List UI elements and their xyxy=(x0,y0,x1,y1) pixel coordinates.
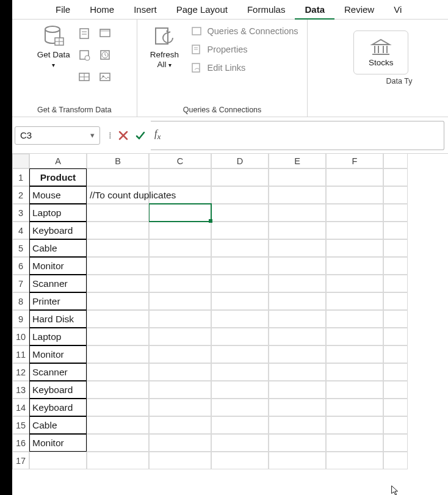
cell[interactable] xyxy=(87,168,149,186)
row-header[interactable]: 1 xyxy=(12,168,29,186)
select-all-corner[interactable] xyxy=(12,154,29,168)
cell[interactable] xyxy=(29,452,87,469)
cell[interactable] xyxy=(383,204,408,222)
cell[interactable] xyxy=(269,416,326,434)
col-header-D[interactable]: D xyxy=(211,154,269,168)
cell[interactable] xyxy=(326,257,383,275)
cell[interactable] xyxy=(149,416,211,434)
from-table-icon[interactable] xyxy=(78,49,92,62)
cell[interactable] xyxy=(149,168,211,186)
cell[interactable] xyxy=(269,257,326,275)
col-header-G[interactable] xyxy=(383,154,408,168)
cell[interactable] xyxy=(383,257,408,275)
tab-formulas[interactable]: Formulas xyxy=(237,0,295,20)
cell[interactable]: Hard Disk xyxy=(29,310,87,328)
cell[interactable]: Monitor xyxy=(29,345,87,363)
tab-insert[interactable]: Insert xyxy=(124,0,167,20)
col-header-A[interactable]: A xyxy=(29,154,87,168)
cell[interactable] xyxy=(87,381,149,399)
cell[interactable] xyxy=(87,452,149,469)
recent-sources-icon[interactable] xyxy=(99,49,112,62)
cell[interactable] xyxy=(269,328,326,345)
cell[interactable] xyxy=(326,434,383,452)
cell[interactable]: Laptop xyxy=(29,328,87,345)
cell[interactable]: Product xyxy=(29,168,87,186)
cell[interactable] xyxy=(149,204,211,222)
cell[interactable] xyxy=(211,363,269,381)
cell[interactable] xyxy=(149,452,211,469)
cell[interactable] xyxy=(211,292,269,310)
cell[interactable] xyxy=(326,204,383,222)
chevron-down-icon[interactable]: ▾ xyxy=(90,131,95,140)
cell[interactable] xyxy=(269,292,326,310)
cell[interactable]: Cable xyxy=(29,239,87,257)
cell[interactable] xyxy=(87,345,149,363)
cell[interactable] xyxy=(383,239,408,257)
cancel-formula-button[interactable] xyxy=(118,130,129,141)
cell[interactable] xyxy=(383,416,408,434)
cell[interactable] xyxy=(87,363,149,381)
cell[interactable] xyxy=(269,222,326,239)
cell[interactable] xyxy=(269,381,326,399)
cell[interactable] xyxy=(211,310,269,328)
cell[interactable] xyxy=(87,239,149,257)
cell[interactable] xyxy=(326,399,383,416)
row-header[interactable]: 6 xyxy=(12,257,29,275)
row-header[interactable]: 2 xyxy=(12,186,29,204)
cell[interactable] xyxy=(149,222,211,239)
cell[interactable] xyxy=(269,168,326,186)
cell[interactable] xyxy=(149,363,211,381)
cell[interactable]: //To count duplicates xyxy=(87,186,149,204)
cell[interactable] xyxy=(383,275,408,292)
cell[interactable] xyxy=(87,328,149,345)
cell[interactable]: Monitor xyxy=(29,434,87,452)
cell[interactable] xyxy=(87,204,149,222)
cell[interactable]: Scanner xyxy=(29,275,87,292)
cell[interactable] xyxy=(149,292,211,310)
cell[interactable] xyxy=(326,186,383,204)
more-icon[interactable]: ⁞ xyxy=(109,130,112,141)
cell[interactable] xyxy=(383,328,408,345)
cell[interactable] xyxy=(149,434,211,452)
existing-conn-icon[interactable] xyxy=(78,71,92,84)
row-header[interactable]: 12 xyxy=(12,363,29,381)
cell[interactable]: Scanner xyxy=(29,363,87,381)
cell[interactable] xyxy=(87,292,149,310)
cell[interactable] xyxy=(87,275,149,292)
cell[interactable] xyxy=(211,399,269,416)
cell[interactable] xyxy=(211,434,269,452)
cell[interactable]: Keyboard xyxy=(29,381,87,399)
cell[interactable] xyxy=(211,257,269,275)
row-header[interactable]: 9 xyxy=(12,310,29,328)
cell[interactable] xyxy=(211,222,269,239)
stocks-data-type[interactable]: Stocks xyxy=(353,31,409,74)
cell[interactable]: Monitor xyxy=(29,257,87,275)
col-header-E[interactable]: E xyxy=(269,154,326,168)
cell[interactable] xyxy=(211,328,269,345)
cell[interactable] xyxy=(87,399,149,416)
fx-icon[interactable]: fx xyxy=(154,128,161,142)
cell[interactable] xyxy=(269,186,326,204)
properties-button[interactable]: Properties xyxy=(191,44,298,55)
from-text-icon[interactable] xyxy=(78,27,92,40)
tab-home[interactable]: Home xyxy=(80,0,124,20)
cell[interactable] xyxy=(269,434,326,452)
cell[interactable] xyxy=(326,345,383,363)
cell[interactable] xyxy=(211,381,269,399)
tab-file[interactable]: File xyxy=(46,0,80,20)
cell[interactable] xyxy=(211,168,269,186)
cell[interactable] xyxy=(326,416,383,434)
cell[interactable] xyxy=(211,204,269,222)
cell[interactable] xyxy=(269,204,326,222)
name-box[interactable]: C3 ▾ xyxy=(15,126,100,145)
row-header[interactable]: 15 xyxy=(12,416,29,434)
cell[interactable] xyxy=(383,434,408,452)
cell[interactable] xyxy=(326,363,383,381)
cell[interactable] xyxy=(211,275,269,292)
queries-connections-button[interactable]: Queries & Connections xyxy=(191,26,298,37)
row-header[interactable]: 10 xyxy=(12,328,29,345)
picture-source-icon[interactable] xyxy=(99,71,112,84)
tab-review[interactable]: Review xyxy=(334,0,384,20)
cell[interactable] xyxy=(269,310,326,328)
row-header[interactable]: 3 xyxy=(12,204,29,222)
